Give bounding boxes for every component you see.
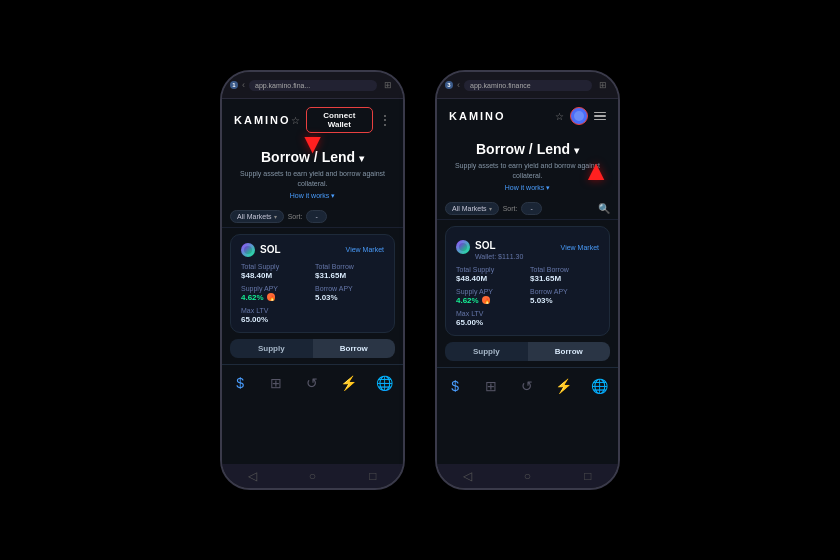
view-market-link-1[interactable]: View Market	[346, 246, 384, 253]
sol-name-1: SOL	[260, 244, 281, 255]
action-buttons-1: Supply Borrow	[230, 339, 395, 358]
browser-bar-2: 3 ‹ app.kamino.finance ⊞	[437, 72, 618, 99]
menu-dots-1[interactable]: ⋮	[379, 113, 391, 127]
header-actions-2: ☆	[555, 107, 606, 125]
app-content-2: KAMINO ☆ Borrow / Lend	[437, 99, 618, 464]
borrow-apy-stat-2: Borrow APY 5.03%	[530, 288, 599, 305]
phone-bottom-bar-2: ◁ ○ □	[437, 464, 618, 488]
supply-button-1[interactable]: Supply	[230, 339, 313, 358]
supply-apy-stat-2: Supply APY 4.62% 🔥	[456, 288, 525, 305]
hero-subtitle-1: Supply assets to earn yield and borrow a…	[234, 169, 391, 189]
browser-icons-1: ⊞	[381, 78, 395, 92]
phone-1-wrapper: ▼ 1 ‹ app.kamino.fina... ⊞	[220, 70, 405, 490]
star-icon-1[interactable]: ☆	[291, 115, 300, 126]
arrow-down-indicator: ▼	[299, 128, 327, 160]
nav-dollar-icon-2[interactable]: $	[443, 374, 467, 398]
market-name-2: SOL Wallet: $111.30	[456, 235, 523, 260]
nav-refresh-icon-2[interactable]: ↺	[515, 374, 539, 398]
apy-boost-icon-2: 🔥	[482, 296, 490, 304]
supply-apy-stat-1: Supply APY 4.62% 🔥	[241, 285, 310, 302]
nav-dollar-icon-1[interactable]: $	[228, 371, 252, 395]
phone-2-wrapper: ▲ 3 ‹ app.kamino.finance ⊞	[435, 70, 620, 490]
filter-chevron-1: ▾	[274, 213, 277, 220]
browser-nav-2: ‹	[457, 80, 460, 90]
nav-grid-icon-2[interactable]: ⊞	[479, 374, 503, 398]
bottom-nav-1: $ ⊞ ↺ ⚡ 🌐	[222, 364, 403, 401]
sol-name-2: SOL	[475, 240, 496, 251]
all-markets-filter-2[interactable]: All Markets ▾	[445, 202, 499, 215]
wallet-avatar-button[interactable]	[570, 107, 588, 125]
browser-nav: ‹	[242, 80, 245, 90]
bottom-nav-2: $ ⊞ ↺ ⚡ 🌐	[437, 367, 618, 404]
star-icon-2[interactable]: ☆	[555, 111, 564, 122]
logo-1: KAMINO	[234, 114, 291, 126]
sort-label-2: Sort:	[503, 205, 518, 212]
url-bar-2[interactable]: app.kamino.finance	[464, 80, 592, 91]
total-borrow-stat-1: Total Borrow $31.65M	[315, 263, 384, 280]
chevron-icon-1[interactable]: ▾	[359, 153, 364, 164]
total-borrow-stat-2: Total Borrow $31.65M	[530, 266, 599, 283]
app-header-2: KAMINO ☆	[437, 99, 618, 133]
phone-back-btn-1[interactable]: ◁	[237, 468, 267, 484]
market-header-2: SOL Wallet: $111.30 View Market	[456, 235, 599, 260]
supply-apy-row-1: 4.62% 🔥	[241, 292, 310, 302]
supply-apy-row-2: 4.62% 🔥	[456, 295, 525, 305]
filter-bar-1: All Markets ▾ Sort: -	[222, 206, 403, 228]
all-markets-filter-1[interactable]: All Markets ▾	[230, 210, 284, 223]
market-header-1: SOL View Market	[241, 243, 384, 257]
wallet-avatar-icon	[574, 111, 584, 121]
nav-globe-icon-1[interactable]: 🌐	[373, 371, 397, 395]
sort-pill-1[interactable]: -	[306, 210, 326, 223]
apy-boost-icon-1: 🔥	[267, 293, 275, 301]
phone-recent-btn-2[interactable]: □	[573, 468, 603, 484]
nav-bolt-icon-1[interactable]: ⚡	[337, 371, 361, 395]
market-name-1: SOL	[241, 243, 281, 257]
hero-link-1[interactable]: How it works ▾	[234, 192, 391, 200]
wallet-balance-2: Wallet: $111.30	[475, 253, 523, 260]
market-stats-1: Total Supply $48.40M Total Borrow $31.65…	[241, 263, 384, 324]
tab-icon-2[interactable]: ⊞	[596, 78, 610, 92]
filter-chevron-2: ▾	[489, 205, 492, 212]
nav-bolt-icon-2[interactable]: ⚡	[552, 374, 576, 398]
sort-pill-2[interactable]: -	[521, 202, 541, 215]
nav-globe-icon-2[interactable]: 🌐	[588, 374, 612, 398]
borrow-button-1[interactable]: Borrow	[313, 339, 396, 358]
phone-recent-btn-1[interactable]: □	[358, 468, 388, 484]
supply-button-2[interactable]: Supply	[445, 342, 528, 361]
sol-icon-2	[456, 240, 470, 254]
sol-info-2: SOL Wallet: $111.30	[475, 235, 523, 260]
filter-bar-2: All Markets ▾ Sort: - 🔍	[437, 198, 618, 220]
borrow-apy-stat-1: Borrow APY 5.03%	[315, 285, 384, 302]
search-icon-button[interactable]: 🔍	[598, 203, 610, 214]
scene: ▼ 1 ‹ app.kamino.fina... ⊞	[0, 0, 840, 560]
logo-2: KAMINO	[449, 110, 506, 122]
browser-tab-indicator-2: 3	[445, 81, 453, 89]
phone-home-btn-1[interactable]: ○	[297, 468, 327, 484]
view-market-link-2[interactable]: View Market	[561, 244, 599, 251]
total-supply-stat-2: Total Supply $48.40M	[456, 266, 525, 283]
sol-icon-1	[241, 243, 255, 257]
total-supply-stat-1: Total Supply $48.40M	[241, 263, 310, 280]
url-bar-1[interactable]: app.kamino.fina...	[249, 80, 377, 91]
market-card-1: SOL View Market Total Supply $48.40M Tot…	[230, 234, 395, 333]
arrow-up-indicator: ▲	[582, 155, 610, 187]
phone-back-btn-2[interactable]: ◁	[452, 468, 482, 484]
borrow-button-2[interactable]: Borrow	[528, 342, 611, 361]
browser-icons-2: ⊞	[596, 78, 610, 92]
max-ltv-stat-1: Max LTV 65.00%	[241, 307, 310, 324]
phone-2: 3 ‹ app.kamino.finance ⊞ KAMINO ☆	[435, 70, 620, 490]
market-stats-2: Total Supply $48.40M Total Borrow $31.65…	[456, 266, 599, 327]
nav-grid-icon-1[interactable]: ⊞	[264, 371, 288, 395]
chevron-icon-2[interactable]: ▾	[574, 145, 579, 156]
hamburger-menu-icon[interactable]	[594, 112, 606, 121]
nav-refresh-icon-1[interactable]: ↺	[300, 371, 324, 395]
phone-bottom-bar-1: ◁ ○ □	[222, 464, 403, 488]
sort-label-1: Sort:	[288, 213, 303, 220]
market-card-2: SOL Wallet: $111.30 View Market Total Su…	[445, 226, 610, 336]
back-icon-2[interactable]: ‹	[457, 80, 460, 90]
back-icon[interactable]: ‹	[242, 80, 245, 90]
tab-icon[interactable]: ⊞	[381, 78, 395, 92]
max-ltv-stat-2: Max LTV 65.00%	[456, 310, 525, 327]
action-buttons-2: Supply Borrow	[445, 342, 610, 361]
phone-home-btn-2[interactable]: ○	[512, 468, 542, 484]
